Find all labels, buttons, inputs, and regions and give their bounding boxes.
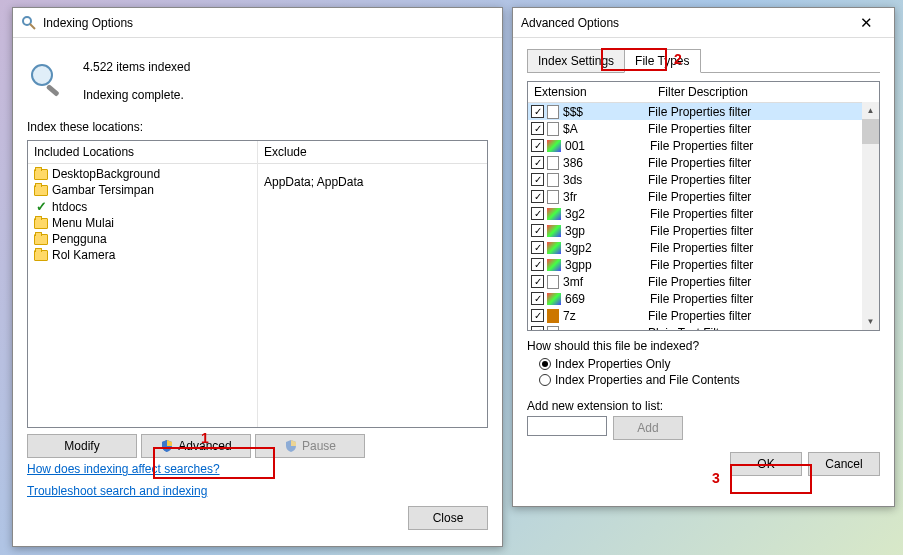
folder-icon [34,234,48,245]
close-button[interactable]: Close [408,506,488,530]
magnifier-icon [27,60,67,100]
filter-desc-header[interactable]: Filter Description [652,82,879,102]
filter-desc-cell: File Properties filter [648,122,876,136]
pause-button[interactable]: Pause [255,434,365,458]
filter-desc-cell: File Properties filter [650,224,876,238]
scroll-up-icon[interactable]: ▲ [862,102,879,119]
filter-desc-cell: Plain Text Filter [648,326,876,331]
file-type-icon [547,105,559,119]
extension-cell: 7z [563,309,648,323]
tab-row: Index Settings File Types [527,48,880,73]
extension-header[interactable]: Extension [528,82,652,102]
filter-desc-cell: File Properties filter [648,173,876,187]
location-name: Rol Kamera [52,248,115,262]
table-row[interactable]: 386File Properties filter [528,154,879,171]
shield-icon [284,439,298,453]
list-item[interactable]: ✓htdocs [28,198,257,215]
checkbox[interactable] [531,326,544,330]
list-item[interactable] [258,190,487,192]
table-row[interactable]: 669File Properties filter [528,290,879,307]
tab-index-settings[interactable]: Index Settings [527,49,625,73]
radio-icon[interactable] [539,374,551,386]
radio-icon[interactable] [539,358,551,370]
table-row[interactable]: 3mfFile Properties filter [528,273,879,290]
folder-icon [34,250,48,261]
radio-label: Index Properties and File Contents [555,373,740,387]
checkbox[interactable] [531,292,544,305]
extension-cell: a [563,326,648,331]
folder-icon [34,218,48,229]
location-name: Menu Mulai [52,216,114,230]
troubleshoot-link[interactable]: Troubleshoot search and indexing [27,484,207,498]
included-header[interactable]: Included Locations [28,141,257,164]
checkbox[interactable] [531,241,544,254]
cancel-button[interactable]: Cancel [808,452,880,476]
titlebar[interactable]: Advanced Options ✕ [513,8,894,38]
scrollbar[interactable]: ▲ ▼ [862,102,879,330]
advanced-options-window: Advanced Options ✕ Index Settings File T… [512,7,895,507]
extension-cell: 386 [563,156,648,170]
checkbox[interactable] [531,156,544,169]
list-item[interactable]: Pengguna [28,231,257,247]
checkbox[interactable] [531,105,544,118]
add-button[interactable]: Add [613,416,683,440]
table-row[interactable]: $$$File Properties filter [528,103,879,120]
check-icon: ✓ [34,199,48,214]
indexing-icon [21,15,37,31]
filter-desc-cell: File Properties filter [650,207,876,221]
list-item[interactable]: AppData; AppData [258,174,487,190]
checkbox[interactable] [531,258,544,271]
table-row[interactable]: 3gpFile Properties filter [528,222,879,239]
file-type-icon [547,173,559,187]
checkbox[interactable] [531,275,544,288]
extension-cell: 001 [565,139,650,153]
extension-cell: $$$ [563,105,648,119]
file-type-icon [547,259,561,271]
scroll-down-icon[interactable]: ▼ [862,313,879,330]
svg-point-0 [23,17,31,25]
list-item[interactable]: Gambar Tersimpan [28,182,257,198]
list-item[interactable]: Rol Kamera [28,247,257,263]
checkbox[interactable] [531,309,544,322]
table-row[interactable]: 3gp2File Properties filter [528,239,879,256]
window-title: Indexing Options [43,16,494,30]
locations-listbox[interactable]: Included Locations DesktopBackgroundGamb… [27,140,488,428]
titlebar[interactable]: Indexing Options [13,8,502,38]
checkbox[interactable] [531,224,544,237]
radio-properties-only[interactable]: Index Properties Only [539,357,880,371]
table-row[interactable]: 3g2File Properties filter [528,205,879,222]
add-extension-input[interactable] [527,416,607,436]
list-item[interactable]: Menu Mulai [28,215,257,231]
advanced-button[interactable]: Advanced [141,434,251,458]
table-row[interactable]: 3dsFile Properties filter [528,171,879,188]
file-types-table[interactable]: Extension Filter Description $$$File Pro… [527,81,880,331]
ok-button[interactable]: OK [730,452,802,476]
table-row[interactable]: 3gppFile Properties filter [528,256,879,273]
file-type-icon [547,190,559,204]
close-icon[interactable]: ✕ [846,9,886,37]
radio-properties-contents[interactable]: Index Properties and File Contents [539,373,880,387]
scroll-thumb[interactable] [862,119,879,144]
radio-label: Index Properties Only [555,357,670,371]
checkbox[interactable] [531,190,544,203]
filter-desc-cell: File Properties filter [648,275,876,289]
table-row[interactable]: aPlain Text Filter [528,324,879,330]
list-item[interactable]: DesktopBackground [28,166,257,182]
file-type-icon [547,275,559,289]
checkbox[interactable] [531,207,544,220]
how-indexing-link[interactable]: How does indexing affect searches? [27,462,220,476]
location-name: Pengguna [52,232,107,246]
checkbox[interactable] [531,173,544,186]
checkbox[interactable] [531,122,544,135]
table-row[interactable]: 3frFile Properties filter [528,188,879,205]
tab-file-types[interactable]: File Types [624,49,700,73]
folder-icon [34,169,48,180]
table-row[interactable]: $AFile Properties filter [528,120,879,137]
table-row[interactable]: 001File Properties filter [528,137,879,154]
table-row[interactable]: 7zFile Properties filter [528,307,879,324]
modify-button[interactable]: Modify [27,434,137,458]
highlight-num-1: 1 [201,430,209,446]
checkbox[interactable] [531,139,544,152]
location-name: Gambar Tersimpan [52,183,154,197]
exclude-header[interactable]: Exclude [258,141,487,164]
